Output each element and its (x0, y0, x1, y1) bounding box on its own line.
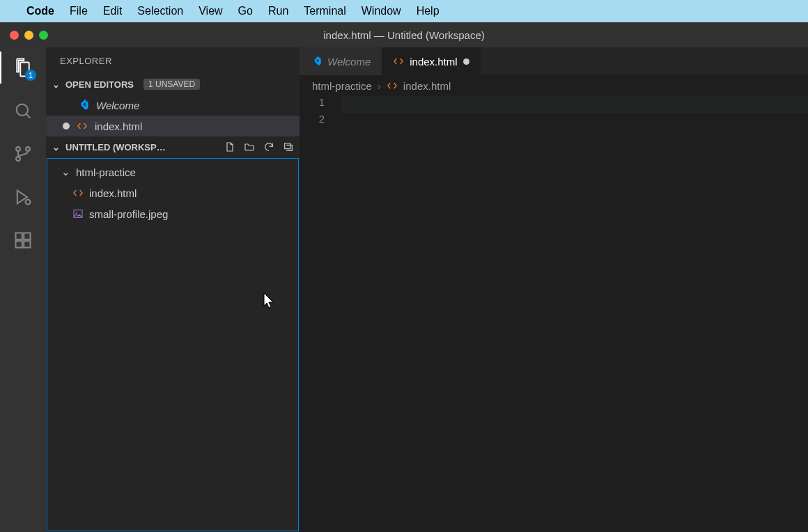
activity-run-debug[interactable] (11, 185, 35, 209)
html-file-icon (77, 120, 88, 132)
activity-extensions[interactable] (11, 228, 35, 252)
html-file-icon (393, 56, 404, 67)
open-editor-label: Welcome (96, 100, 139, 111)
line-number: 1 (300, 96, 325, 113)
explorer-title: EXPLORER (46, 47, 300, 74)
breadcrumb-folder[interactable]: html-practice (312, 80, 372, 92)
workspace-actions (224, 141, 294, 152)
svg-rect-7 (24, 241, 30, 247)
minimize-window-button[interactable] (24, 31, 33, 40)
menu-help[interactable]: Help (417, 5, 440, 17)
workbench: 1 EXPLORER ⌄ OPEN EDITORS 1 UNSAVED Welc… (0, 47, 808, 532)
editor-tabs: Welcome index.html (300, 47, 808, 75)
open-editors-header[interactable]: ⌄ OPEN EDITORS 1 UNSAVED (46, 74, 300, 95)
refresh-icon[interactable] (263, 141, 274, 152)
svg-rect-9 (285, 143, 290, 149)
chevron-right-icon: › (378, 80, 381, 92)
code-body[interactable] (341, 96, 808, 532)
breadcrumb[interactable]: html-practice › index.html (300, 75, 808, 96)
file-small-profile-jpeg[interactable]: small-profile.jpeg (47, 203, 298, 224)
tab-label: index.html (410, 56, 457, 68)
workspace-label: UNTITLED (WORKSP… (65, 142, 166, 152)
modified-indicator-icon[interactable] (463, 58, 469, 65)
fullscreen-window-button[interactable] (39, 31, 48, 40)
chevron-down-icon: ⌄ (61, 166, 70, 178)
search-icon (13, 101, 33, 120)
activity-search[interactable] (11, 99, 35, 123)
svg-point-2 (16, 157, 20, 161)
html-file-icon (72, 187, 84, 198)
extensions-icon (13, 230, 33, 250)
menu-file[interactable]: File (70, 5, 88, 17)
line-number: 2 (300, 113, 325, 130)
menu-selection[interactable]: Selection (137, 5, 183, 17)
branch-icon (13, 144, 33, 164)
close-window-button[interactable] (10, 31, 19, 40)
activity-source-control[interactable] (11, 142, 35, 166)
svg-point-1 (16, 147, 20, 151)
tab-index-html[interactable]: index.html (382, 47, 480, 75)
modified-dot (63, 123, 70, 130)
svg-point-3 (26, 147, 30, 151)
window-titlebar: index.html — Untitled (Workspace) (0, 22, 808, 47)
menu-app[interactable]: Code (26, 5, 54, 17)
svg-point-0 (17, 104, 28, 116)
menu-edit[interactable]: Edit (103, 5, 123, 17)
open-editor-welcome[interactable]: Welcome (46, 95, 300, 116)
new-file-icon[interactable] (224, 141, 235, 152)
explorer-sidebar: EXPLORER ⌄ OPEN EDITORS 1 UNSAVED Welcom… (46, 47, 300, 532)
collapse-all-icon[interactable] (283, 141, 294, 152)
file-label: small-profile.jpeg (89, 208, 168, 220)
file-tree[interactable]: ⌄ html-practice index.html small-profile… (47, 158, 299, 531)
chevron-down-icon: ⌄ (50, 142, 61, 152)
file-label: index.html (89, 187, 137, 199)
menu-window[interactable]: Window (362, 5, 401, 17)
window-title: index.html — Untitled (Workspace) (323, 29, 484, 41)
vscode-icon (311, 56, 322, 67)
folder-html-practice[interactable]: ⌄ html-practice (47, 162, 298, 182)
breadcrumb-file[interactable]: index.html (403, 80, 451, 92)
macos-menubar: Code File Edit Selection View Go Run Ter… (0, 0, 808, 22)
menu-run[interactable]: Run (268, 5, 288, 17)
code-editor[interactable]: 1 2 (300, 96, 808, 532)
play-bug-icon (13, 187, 33, 207)
open-editor-index-html[interactable]: index.html (46, 116, 300, 136)
image-file-icon (72, 208, 84, 219)
workspace-header[interactable]: ⌄ UNTITLED (WORKSP… (46, 136, 300, 157)
file-index-html[interactable]: index.html (47, 182, 298, 203)
menu-view[interactable]: View (199, 5, 222, 17)
svg-rect-6 (16, 241, 22, 247)
svg-point-4 (26, 200, 31, 205)
activity-bar: 1 (0, 47, 46, 532)
chevron-down-icon: ⌄ (50, 79, 61, 90)
svg-rect-5 (16, 233, 22, 240)
activity-explorer[interactable]: 1 (11, 56, 35, 79)
editor-group: Welcome index.html html-practice › index… (300, 47, 808, 532)
line-gutter: 1 2 (300, 96, 341, 532)
folder-label: html-practice (76, 166, 136, 178)
html-file-icon (387, 80, 398, 91)
menu-terminal[interactable]: Terminal (304, 5, 345, 17)
menu-go[interactable]: Go (238, 5, 253, 17)
open-editor-label: index.html (95, 120, 142, 132)
new-folder-icon[interactable] (244, 141, 255, 152)
code-line[interactable] (341, 113, 808, 130)
svg-rect-8 (24, 233, 30, 240)
svg-point-11 (76, 212, 77, 214)
traffic-lights (0, 31, 48, 40)
unsaved-badge: 1 UNSAVED (143, 79, 200, 90)
open-editors-label: OPEN EDITORS (65, 79, 134, 90)
code-line[interactable] (341, 96, 808, 113)
vscode-icon (77, 99, 89, 111)
explorer-badge: 1 (25, 70, 36, 81)
tab-welcome[interactable]: Welcome (300, 47, 382, 75)
tab-label: Welcome (327, 56, 371, 68)
